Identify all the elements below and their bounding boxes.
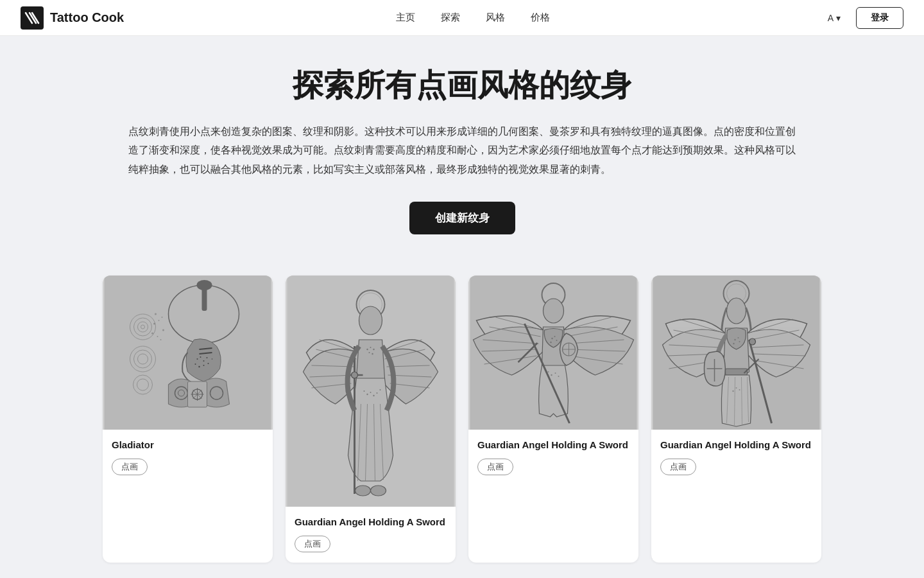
svg-point-77: [377, 392, 378, 394]
svg-point-74: [366, 394, 368, 395]
svg-point-103: [555, 372, 556, 374]
nav-price[interactable]: 价格: [531, 12, 550, 24]
card-4-title: Guardian Angel Holding A Sword: [660, 439, 812, 451]
svg-point-81: [543, 299, 564, 323]
svg-point-108: [727, 298, 746, 324]
gallery: Gladiator 点画: [0, 255, 924, 578]
svg-point-97: [551, 338, 552, 339]
card-4-image: [651, 276, 821, 430]
svg-point-38: [158, 320, 160, 321]
svg-point-132: [739, 341, 740, 342]
hero-section: 探索所有点画风格的纹身 点纹刺青使用小点来创造复杂的图案、纹理和阴影。这种技术可…: [0, 36, 924, 255]
svg-point-130: [738, 337, 739, 338]
svg-point-68: [366, 349, 368, 350]
svg-point-7: [197, 280, 212, 290]
logo-text: Tattoo Cook: [50, 10, 124, 25]
logo[interactable]: Tattoo Cook: [21, 6, 124, 30]
svg-point-41: [151, 333, 153, 335]
svg-point-76: [373, 395, 374, 396]
nav-links: 主页 探索 风格 价格: [396, 12, 550, 24]
svg-point-14: [195, 363, 196, 365]
svg-point-13: [207, 357, 208, 358]
nav-home[interactable]: 主页: [396, 12, 415, 24]
card-1-title: Gladiator: [112, 439, 264, 451]
card-3-tag[interactable]: 点画: [477, 459, 513, 475]
svg-point-18: [212, 359, 213, 360]
svg-point-43: [162, 329, 164, 331]
card-1-image: [103, 276, 273, 430]
logo-icon: [21, 6, 44, 30]
svg-point-42: [157, 336, 158, 337]
hero-description: 点纹刺青使用小点来创造复杂的图案、纹理和阴影。这种技术可以用来形成详细的几何图案…: [128, 122, 796, 179]
lang-dropdown-icon: ▾: [836, 13, 841, 23]
svg-point-66: [355, 486, 371, 496]
nav-explore[interactable]: 探索: [441, 12, 460, 24]
login-button[interactable]: 登录: [856, 7, 903, 29]
svg-point-65: [352, 372, 358, 378]
svg-point-126: [749, 338, 756, 345]
card-4-body: Guardian Angel Holding A Sword 点画: [651, 430, 821, 485]
language-button[interactable]: A ▾: [823, 9, 846, 27]
card-3-image: [468, 276, 638, 430]
card-4-tag[interactable]: 点画: [660, 459, 696, 475]
svg-point-70: [373, 349, 374, 350]
svg-point-69: [370, 347, 372, 348]
card-2-title: Guardian Angel Holding A Sword: [295, 516, 447, 529]
svg-point-44: [160, 339, 162, 340]
gallery-card-2: Guardian Angel Holding A Sword 点画: [286, 276, 456, 562]
svg-point-67: [371, 486, 386, 496]
hero-title: 探索所有点画风格的纹身: [128, 67, 796, 104]
svg-point-71: [369, 352, 370, 353]
gallery-card-4: Guardian Angel Holding A Sword 点画: [651, 276, 821, 562]
card-2-body: Guardian Angel Holding A Sword 点画: [286, 507, 456, 562]
svg-point-17: [208, 363, 209, 364]
card-3-title: Guardian Angel Holding A Sword: [477, 439, 629, 451]
gallery-card-1: Gladiator 点画: [103, 276, 273, 562]
svg-point-73: [364, 390, 365, 392]
svg-point-135: [739, 389, 740, 390]
lang-icon: A: [828, 13, 834, 23]
svg-point-100: [556, 340, 558, 341]
svg-point-37: [155, 313, 157, 315]
svg-point-15: [198, 366, 200, 367]
svg-point-131: [733, 343, 734, 344]
svg-point-10: [197, 358, 198, 360]
main-content: 探索所有点画风格的纹身 点纹刺青使用小点来创造复杂的图案、纹理和阴影。这种技术可…: [0, 0, 924, 578]
svg-point-40: [162, 317, 163, 318]
gallery-card-3: Guardian Angel Holding A Sword 点画: [468, 276, 638, 562]
card-1-tag[interactable]: 点画: [112, 459, 148, 475]
svg-point-99: [550, 342, 551, 343]
svg-point-72: [372, 353, 373, 355]
svg-point-134: [732, 390, 733, 392]
svg-point-11: [200, 356, 201, 358]
create-tattoo-button[interactable]: 创建新纹身: [409, 202, 515, 234]
svg-point-98: [554, 336, 556, 337]
svg-point-133: [736, 387, 737, 389]
card-3-body: Guardian Angel Holding A Sword 点画: [468, 430, 638, 485]
navbar: Tattoo Cook 主页 探索 风格 价格 A ▾ 登录: [0, 0, 924, 36]
svg-point-12: [203, 360, 205, 362]
svg-point-101: [548, 371, 549, 372]
nav-style[interactable]: 风格: [486, 12, 505, 24]
card-1-body: Gladiator 点画: [103, 430, 273, 485]
svg-point-16: [203, 365, 205, 366]
svg-point-104: [558, 376, 560, 377]
svg-point-129: [734, 339, 735, 340]
svg-point-102: [551, 374, 552, 376]
svg-point-48: [359, 306, 382, 335]
nav-right: A ▾ 登录: [823, 7, 903, 29]
svg-point-39: [153, 323, 155, 325]
svg-point-78: [380, 389, 381, 390]
svg-rect-119: [726, 369, 748, 375]
card-2-image: [286, 276, 456, 507]
card-2-tag[interactable]: 点画: [295, 536, 330, 552]
svg-point-75: [370, 392, 372, 393]
